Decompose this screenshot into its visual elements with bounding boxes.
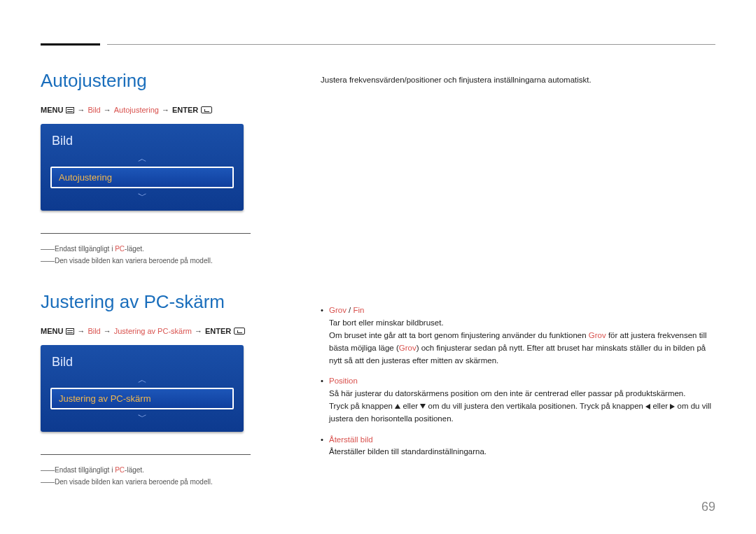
breadcrumb-item: Justering av PC-skärm (114, 327, 192, 335)
arrow-icon: → (162, 106, 169, 114)
bullet-text: Så här justerar du datorskärmens positio… (329, 389, 685, 398)
arrow-icon: → (104, 327, 111, 335)
bullet-aterstall: • Återställ bild Återställer bilden till… (321, 434, 715, 459)
note-line: ――Den visade bilden kan variera beroende… (41, 478, 251, 486)
arrow-icon: → (104, 106, 111, 114)
enter-icon (234, 328, 245, 335)
header-rule (41, 36, 715, 50)
note-line: ――Endast tillgängligt i PC-läget. (41, 245, 251, 253)
chevron-down-icon[interactable]: ﹀ (41, 412, 244, 422)
note-line: ――Den visade bilden kan variera beroende… (41, 257, 251, 265)
chevron-up-icon[interactable]: ︿ (41, 375, 244, 385)
chevron-down-icon[interactable]: ﹀ (41, 191, 244, 201)
breadcrumb-menu: MENU (41, 106, 63, 114)
menu-grid-icon (66, 328, 74, 335)
bullet-dot-icon: • (321, 304, 329, 367)
enter-icon (201, 106, 212, 113)
arrow-icon: → (77, 106, 85, 114)
breadcrumb-item: Autojustering (114, 106, 159, 114)
breadcrumb-menu: MENU (41, 327, 63, 335)
triangle-up-icon (395, 404, 400, 409)
note-line: ――Endast tillgängligt i PC-läget. (41, 466, 251, 474)
breadcrumb-bild: Bild (88, 327, 100, 335)
breadcrumb-pcskarm: MENU → Bild → Justering av PC-skärm → EN… (41, 327, 279, 335)
osd-menu-autojustering: Bild ︿ Autojustering ﹀ (41, 124, 244, 211)
page-number: 69 (701, 500, 715, 514)
bullet-dot-icon: • (321, 375, 329, 425)
notes-block: ――Endast tillgängligt i PC-läget. ――Den … (41, 454, 251, 486)
osd-menu-item-selected[interactable]: Autojustering (50, 167, 234, 188)
section-heading-pcskarm: Justering av PC-skärm (41, 291, 279, 313)
chevron-up-icon[interactable]: ︿ (41, 154, 244, 164)
breadcrumb-enter: ENTER (205, 327, 231, 335)
notes-block: ――Endast tillgängligt i PC-läget. ――Den … (41, 233, 251, 265)
arrow-icon: → (195, 327, 202, 335)
breadcrumb-enter: ENTER (172, 106, 198, 114)
section-heading-autojustering: Autojustering (41, 70, 279, 92)
bullet-text: Återställer bilden till standardinställn… (329, 447, 486, 456)
arrow-icon: → (77, 327, 85, 335)
menu-grid-icon (66, 107, 74, 113)
breadcrumb-autojustering: MENU → Bild → Autojustering → ENTER (41, 106, 279, 114)
osd-menu-title: Bild (41, 131, 244, 154)
osd-menu-title: Bild (41, 352, 244, 375)
bullet-dot-icon: • (321, 434, 329, 459)
bullet-text: Tar bort eller minskar bildbruset. (329, 318, 444, 327)
osd-menu-pcskarm: Bild ︿ Justering av PC-skärm ﹀ (41, 345, 244, 432)
section1-body: Justera frekvensvärden/positioner och fi… (321, 74, 715, 86)
osd-menu-item-selected[interactable]: Justering av PC-skärm (50, 388, 234, 409)
bullet-position: • Position Så här justerar du datorskärm… (321, 375, 715, 425)
breadcrumb-bild: Bild (88, 106, 100, 114)
bullet-grov-fin: • Grov / Fin Tar bort eller minskar bild… (321, 304, 715, 367)
